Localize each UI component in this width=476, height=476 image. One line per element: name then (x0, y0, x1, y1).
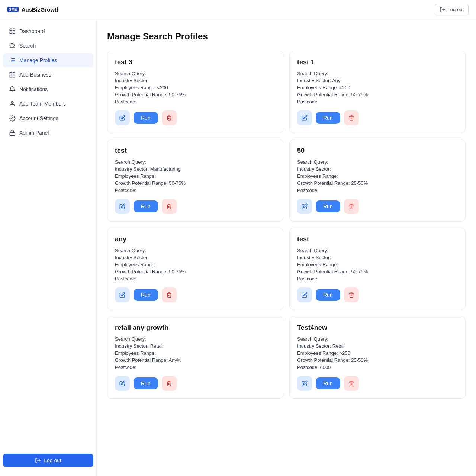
svg-rect-13 (10, 72, 12, 74)
delete-button[interactable] (344, 199, 359, 214)
logout-label-header: Log out (448, 7, 464, 12)
lock-icon (9, 129, 16, 136)
edit-button[interactable] (115, 199, 130, 214)
delete-button[interactable] (344, 110, 359, 125)
profile-name: any (115, 235, 276, 243)
sidebar-item-notifications[interactable]: Notifications (3, 82, 93, 96)
trash-icon (348, 115, 354, 121)
run-button[interactable]: Run (316, 377, 340, 389)
profile-growth-potential: Growth Potential Range: 25-50% (297, 180, 458, 186)
sidebar-item-dashboard[interactable]: Dashboard (3, 24, 93, 38)
trash-icon (348, 203, 354, 209)
profile-growth-potential: Growth Potential Range: 25-50% (297, 357, 458, 363)
profile-search-query: Search Query: (297, 159, 458, 165)
profile-card-test3: test 3 Search Query: Industry Sector: Em… (107, 51, 283, 133)
logout-button-header[interactable]: Log out (435, 4, 469, 15)
edit-icon (119, 380, 125, 386)
run-button[interactable]: Run (316, 200, 340, 212)
svg-rect-15 (10, 75, 12, 77)
profile-actions: Run (115, 199, 276, 214)
profile-card-any: any Search Query: Industry Sector: Emplo… (107, 228, 283, 310)
profile-search-query: Search Query: (115, 159, 276, 165)
run-button[interactable]: Run (134, 289, 158, 301)
profile-employees-range: Employees Range: (297, 173, 458, 179)
edit-button[interactable] (297, 376, 312, 391)
search-icon (9, 42, 16, 49)
run-button[interactable]: Run (316, 112, 340, 124)
sidebar-item-search[interactable]: Search (3, 39, 93, 53)
run-button[interactable]: Run (316, 289, 340, 301)
gear-icon (9, 115, 16, 122)
profile-postcode: Postcode: (297, 187, 458, 193)
delete-button[interactable] (162, 199, 177, 214)
logout-button-sidebar[interactable]: Log out (3, 454, 93, 467)
trash-icon (166, 115, 172, 121)
edit-icon (119, 203, 125, 209)
trash-icon (166, 380, 172, 386)
profile-card-test: test Search Query: Industry Sector: Manu… (107, 139, 283, 222)
sidebar-item-account-settings[interactable]: Account Settings (3, 111, 93, 125)
logo-badge: SME (7, 7, 19, 12)
main-content: Manage Search Profiles test 3 Search Que… (97, 19, 476, 476)
trash-icon (348, 292, 354, 298)
run-button[interactable]: Run (134, 377, 158, 389)
edit-button[interactable] (297, 287, 312, 302)
profile-growth-potential: Growth Potential Range: Any% (115, 357, 276, 363)
list-icon (9, 57, 16, 64)
profile-name: retail any growth (115, 324, 276, 332)
profile-name: 50 (297, 147, 458, 155)
sidebar-label-admin-panel: Admin Panel (19, 130, 49, 136)
sidebar-bottom: Log out (0, 449, 96, 472)
edit-button[interactable] (115, 376, 130, 391)
profile-search-query: Search Query: (297, 71, 458, 76)
profile-search-query: Search Query: (115, 248, 276, 253)
edit-button[interactable] (297, 110, 312, 125)
edit-button[interactable] (115, 287, 130, 302)
profile-postcode: Postcode: (115, 364, 276, 370)
profile-employees-range: Employees Range: <200 (297, 85, 458, 90)
delete-button[interactable] (162, 110, 177, 125)
sidebar-item-add-business[interactable]: Add Business (3, 68, 93, 82)
sidebar-item-admin-panel[interactable]: Admin Panel (3, 126, 93, 140)
profile-name: test (115, 147, 276, 155)
sidebar: Dashboard Search Manage Profiles Add Bus… (0, 19, 97, 476)
sidebar-item-manage-profiles[interactable]: Manage Profiles (3, 53, 93, 67)
run-button[interactable]: Run (134, 112, 158, 124)
svg-rect-14 (13, 72, 15, 74)
sidebar-label-manage-profiles: Manage Profiles (19, 57, 57, 63)
sidebar-nav: Dashboard Search Manage Profiles Add Bus… (0, 24, 96, 449)
profile-card-test4new: Test4new Search Query: Industry Sector: … (289, 316, 466, 399)
delete-button[interactable] (344, 376, 359, 391)
profile-employees-range: Employees Range: >250 (297, 350, 458, 356)
edit-button[interactable] (297, 199, 312, 214)
profile-industry-sector: Industry Sector: (297, 166, 458, 172)
edit-icon (119, 115, 125, 121)
person-icon (9, 100, 16, 107)
trash-icon (166, 203, 172, 209)
profile-card-retail-any-growth: retail any growth Search Query: Industry… (107, 316, 283, 399)
profile-actions: Run (297, 199, 458, 214)
profile-industry-sector: Industry Sector: Manufacturing (115, 166, 276, 172)
profile-card-50: 50 Search Query: Industry Sector: Employ… (289, 139, 466, 222)
app-header-left: SME AusBizGrowth (7, 6, 60, 13)
edit-button[interactable] (115, 110, 130, 125)
delete-button[interactable] (344, 287, 359, 302)
sidebar-label-dashboard: Dashboard (19, 28, 45, 34)
profile-industry-sector: Industry Sector: (297, 255, 458, 260)
delete-button[interactable] (162, 376, 177, 391)
run-button[interactable]: Run (134, 200, 158, 212)
delete-button[interactable] (162, 287, 177, 302)
svg-line-6 (13, 47, 15, 48)
profile-growth-potential: Growth Potential Range: 50-75% (297, 269, 458, 274)
profile-search-query: Search Query: (115, 336, 276, 342)
svg-rect-4 (13, 32, 15, 34)
svg-rect-19 (10, 132, 15, 135)
profile-growth-potential: Growth Potential Range: 50-75% (297, 92, 458, 97)
edit-icon (302, 380, 308, 386)
sidebar-item-add-team-members[interactable]: Add Team Members (3, 97, 93, 111)
sidebar-label-search: Search (19, 43, 36, 49)
profile-actions: Run (115, 110, 276, 125)
profiles-grid: test 3 Search Query: Industry Sector: Em… (107, 51, 466, 399)
trash-icon (166, 292, 172, 298)
profile-industry-sector: Industry Sector: Retail (115, 343, 276, 349)
